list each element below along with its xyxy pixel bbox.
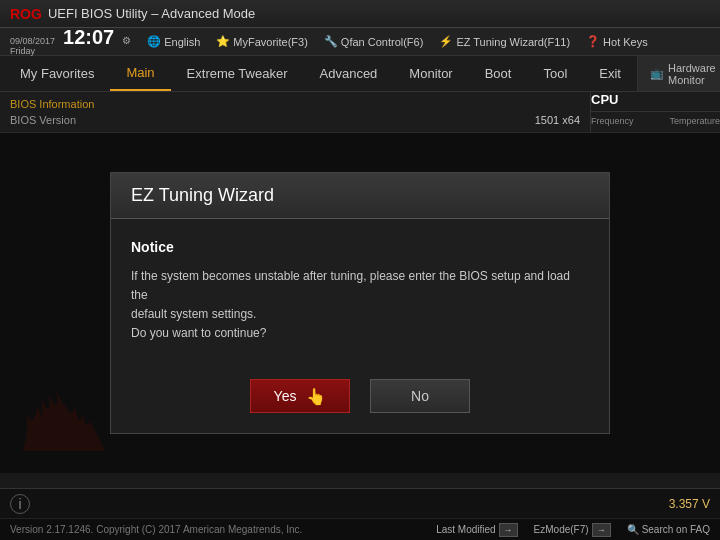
nav-bar: My Favorites Main Extreme Tweaker Advanc…	[0, 56, 720, 92]
search-label: Search on FAQ	[642, 524, 710, 535]
notice-line1: If the system becomes unstable after tun…	[131, 269, 570, 302]
bottom-bar: Version 2.17.1246. Copyright (C) 2017 Am…	[0, 518, 720, 540]
cpu-freq-label: Frequency	[591, 116, 634, 126]
notice-line2: default system settings.	[131, 307, 256, 321]
nav-my-favorites[interactable]: My Favorites	[4, 56, 110, 91]
dialog-body: Notice If the system becomes unstable af…	[111, 219, 609, 364]
info-icon[interactable]: i	[10, 494, 30, 514]
eztuning-btn[interactable]: ⚡ EZ Tuning Wizard(F11)	[439, 35, 570, 48]
bios-info-left: BIOS Information BIOS Version 1501 x64	[0, 92, 590, 132]
cpu-labels: Frequency Temperature	[591, 116, 720, 126]
notice-line3: Do you want to continue?	[131, 326, 266, 340]
bios-information-link[interactable]: BIOS Information	[10, 98, 94, 110]
copyright-text: Version 2.17.1246. Copyright (C) 2017 Am…	[10, 524, 302, 535]
last-modified-arrow: →	[499, 523, 518, 537]
cpu-panel: CPU Frequency Temperature	[590, 92, 720, 132]
monitor-icon: 📺	[650, 67, 664, 80]
voltage-display: 3.357 V	[669, 497, 710, 511]
nav-main[interactable]: Main	[110, 56, 170, 91]
rog-logo: ROG	[10, 6, 42, 22]
app-title: UEFI BIOS Utility – Advanced Mode	[48, 6, 255, 21]
last-modified-label: Last Modified	[436, 524, 495, 535]
ez-mode-btn[interactable]: EzMode(F7) →	[534, 523, 611, 537]
gear-icon[interactable]: ⚙	[122, 35, 131, 46]
search-faq-btn[interactable]: 🔍 Search on FAQ	[627, 523, 710, 537]
title-bar: ROG UEFI BIOS Utility – Advanced Mode	[0, 0, 720, 28]
bios-info-row: BIOS Information BIOS Version 1501 x64 C…	[0, 92, 720, 133]
star-icon: ⭐	[216, 35, 230, 48]
status-bar: i 3.357 V	[0, 488, 720, 518]
search-icon: 🔍	[627, 524, 639, 535]
date-display: 09/08/2017 Friday	[10, 36, 55, 56]
hw-monitor-button[interactable]: 📺 Hardware Monitor	[637, 56, 720, 91]
nav-boot[interactable]: Boot	[469, 56, 528, 91]
myfavorites-btn[interactable]: ⭐ MyFavorite(F3)	[216, 35, 308, 48]
info-bar: 09/08/2017 Friday 12:07 ⚙ 🌐 English ⭐ My…	[0, 28, 720, 56]
yes-button[interactable]: Yes	[250, 379, 350, 413]
ez-mode-label: EzMode(F7)	[534, 524, 589, 535]
language-selector[interactable]: 🌐 English	[147, 35, 200, 48]
dialog-buttons: Yes No	[111, 363, 609, 433]
no-button[interactable]: No	[370, 379, 470, 413]
bios-version-value: 1501 x64	[535, 114, 580, 126]
bottom-bar-right: Last Modified → EzMode(F7) → 🔍 Search on…	[436, 523, 710, 537]
ez-mode-arrow: →	[592, 523, 611, 537]
nav-tool[interactable]: Tool	[527, 56, 583, 91]
hotkeys-btn[interactable]: ❓ Hot Keys	[586, 35, 648, 48]
dialog-overlay: EZ Tuning Wizard Notice If the system be…	[0, 133, 720, 473]
qfan-btn[interactable]: 🔧 Qfan Control(F6)	[324, 35, 424, 48]
cpu-title: CPU	[591, 92, 720, 112]
nav-exit[interactable]: Exit	[583, 56, 637, 91]
nav-extreme-tweaker[interactable]: Extreme Tweaker	[171, 56, 304, 91]
keyboard-icon: ❓	[586, 35, 600, 48]
nav-advanced[interactable]: Advanced	[304, 56, 394, 91]
fan-icon: 🔧	[324, 35, 338, 48]
bios-version-label: BIOS Version	[10, 114, 76, 126]
notice-heading: Notice	[131, 239, 589, 255]
language-icon: 🌐	[147, 35, 161, 48]
dialog-title: EZ Tuning Wizard	[111, 173, 609, 219]
nav-monitor[interactable]: Monitor	[393, 56, 468, 91]
main-area: EZ Tuning Wizard Notice If the system be…	[0, 133, 720, 473]
last-modified-btn[interactable]: Last Modified →	[436, 523, 517, 537]
wizard-icon: ⚡	[439, 35, 453, 48]
cpu-temp-label: Temperature	[669, 116, 720, 126]
notice-text: If the system becomes unstable after tun…	[131, 267, 589, 344]
ez-tuning-wizard-dialog: EZ Tuning Wizard Notice If the system be…	[110, 172, 610, 435]
time-display: 12:07	[63, 27, 114, 47]
